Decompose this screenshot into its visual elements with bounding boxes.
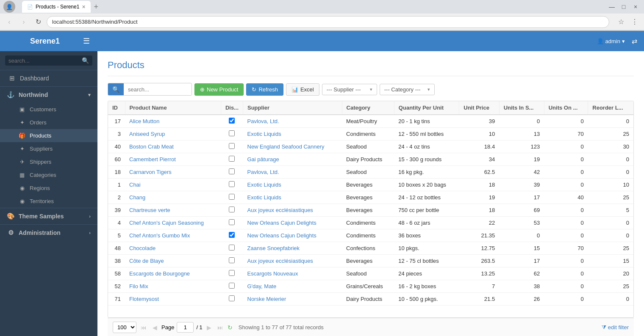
sidebar-item-orders[interactable]: ✦ Orders [0,116,97,129]
extensions-icon[interactable]: ⋮ [629,16,641,28]
sidebar-search-input[interactable] [8,58,82,64]
cell-discontinued[interactable] [221,179,243,191]
sidebar-northwind-header[interactable]: ⚓ Northwind ▾ [0,87,97,103]
cell-supplier[interactable]: Exotic Liquids [243,128,342,140]
cell-supplier[interactable]: New England Seafood Cannery [243,140,342,153]
cell-name[interactable]: Filo Mix [125,280,221,293]
discontinued-checkbox[interactable] [229,295,235,301]
last-page-button[interactable]: ⏭ [216,323,225,332]
cell-discontinued[interactable] [221,128,243,140]
reload-button[interactable]: ↻ [32,16,44,28]
discontinued-checkbox[interactable] [229,118,235,124]
col-name[interactable]: Product Name [125,101,221,115]
cell-name[interactable]: Chai [125,179,221,191]
sidebar-item-territories[interactable]: ◉ Territories [0,195,97,208]
cell-name[interactable]: Camembert Pierrot [125,153,221,166]
cell-supplier[interactable]: Norske Meierier [243,293,342,306]
cell-name[interactable]: Chocolade [125,242,221,255]
excel-button[interactable]: 📊 Excel [286,83,319,96]
sidebar-item-products[interactable]: 🎁 Products [0,129,97,142]
sidebar-item-suppliers[interactable]: ✦ Suppliers [0,142,97,155]
maximize-button[interactable]: □ [619,2,629,12]
category-dropdown[interactable]: --- Category --- ▾ [380,84,435,95]
discontinued-checkbox[interactable] [229,130,235,136]
cell-name[interactable]: Boston Crab Meat [125,140,221,153]
search-button[interactable]: 🔍 [108,83,124,95]
cell-supplier[interactable]: Pavlova, Ltd. [243,166,342,179]
bookmark-icon[interactable]: ☆ [615,16,627,28]
cell-supplier[interactable]: Exotic Liquids [243,179,342,191]
cell-discontinued[interactable] [221,255,243,267]
user-menu-button[interactable]: 👤 admin ▾ [597,38,625,44]
discontinued-checkbox[interactable] [229,245,235,251]
col-unit-price[interactable]: Unit Price [459,101,499,115]
cell-supplier[interactable]: New Orleans Cajun Delights [243,217,342,229]
cell-supplier[interactable]: Aux joyeux ecclésiastiques [243,204,342,217]
cell-supplier[interactable]: Zaanse Snoepfabriek [243,242,342,255]
discontinued-checkbox[interactable] [229,143,235,149]
supplier-dropdown[interactable]: --- Supplier --- ▾ [322,84,377,95]
cell-supplier[interactable]: G'day, Mate [243,280,342,293]
sidebar-item-shippers[interactable]: ✈ Shippers [0,155,97,168]
close-button[interactable]: × [630,2,641,12]
minimize-button[interactable]: — [607,2,617,12]
cell-discontinued[interactable] [221,280,243,293]
col-units-in-stock[interactable]: Units In S... [499,101,544,115]
new-product-button[interactable]: ⊕ New Product [194,83,244,96]
browser-tab[interactable]: 📄 Products - Serene1 × [22,1,91,13]
discontinued-checkbox[interactable] [229,181,235,187]
cell-discontinued[interactable] [221,166,243,179]
share-button[interactable]: ⇄ [632,37,637,45]
tab-close-button[interactable]: × [82,3,85,10]
discontinued-checkbox[interactable] [229,283,235,289]
col-reorder-level[interactable]: Reorder L... [588,101,633,115]
cell-discontinued[interactable] [221,204,243,217]
cell-name[interactable]: Carnarvon Tigers [125,166,221,179]
sidebar-item-regions[interactable]: ◉ Regions [0,182,97,195]
edit-filter-link[interactable]: ⧩ edit filter [602,324,629,331]
discontinued-checkbox[interactable] [229,219,235,225]
col-quantity[interactable]: Quantity Per Unit [394,101,459,115]
sidebar-item-categories[interactable]: ▦ Categories [0,168,97,182]
cell-discontinued[interactable] [221,191,243,204]
new-tab-button[interactable]: + [94,3,99,11]
cell-name[interactable]: Chef Anton's Gumbo Mix [125,229,221,242]
cell-supplier[interactable]: Escargots Nouveaux [243,267,342,280]
cell-supplier[interactable]: Gai pâturage [243,153,342,166]
discontinued-checkbox[interactable] [229,257,235,263]
col-category[interactable]: Category [342,101,394,115]
forward-button[interactable]: › [18,16,30,28]
cell-supplier[interactable]: Aux joyeux ecclésiastiques [243,255,342,267]
page-input[interactable] [177,322,194,333]
search-input[interactable] [124,84,192,95]
address-bar[interactable]: localhost:55388/Northwind/Product [47,16,609,28]
prev-page-button[interactable]: ◀ [151,323,159,332]
cell-supplier[interactable]: New Orleans Cajun Delights [243,229,342,242]
col-units-on-order[interactable]: Units On ... [544,101,588,115]
sidebar-item-dashboard[interactable]: ⊞ Dashboard [0,70,97,86]
discontinued-checkbox[interactable] [229,156,235,162]
refresh-button[interactable]: ↻ Refresh [246,83,283,96]
cell-name[interactable]: Chang [125,191,221,204]
page-size-select[interactable]: 100 20 50 200 [113,322,136,333]
discontinued-checkbox[interactable] [229,194,235,200]
sidebar-item-customers[interactable]: ▣ Customers [0,103,97,116]
cell-supplier[interactable]: Pavlova, Ltd. [243,115,342,128]
cell-discontinued[interactable] [221,153,243,166]
cell-name[interactable]: Aniseed Syrup [125,128,221,140]
cell-discontinued[interactable] [221,115,243,128]
col-id[interactable]: ID [108,101,125,115]
cell-discontinued[interactable] [221,140,243,153]
cell-name[interactable]: Flotemysost [125,293,221,306]
cell-name[interactable]: Alice Mutton [125,115,221,128]
hamburger-menu-button[interactable]: ☰ [83,36,90,46]
cell-supplier[interactable]: Exotic Liquids [243,191,342,204]
col-discontinued[interactable]: Dis... [221,101,243,115]
cell-name[interactable]: Chef Anton's Cajun Seasoning [125,217,221,229]
cell-discontinued[interactable] [221,293,243,306]
discontinued-checkbox[interactable] [229,270,235,276]
discontinued-checkbox[interactable] [229,207,235,212]
sidebar-theme-header[interactable]: 🎨 Theme Samples › [0,208,97,224]
discontinued-checkbox[interactable] [229,232,235,238]
cell-discontinued[interactable] [221,267,243,280]
